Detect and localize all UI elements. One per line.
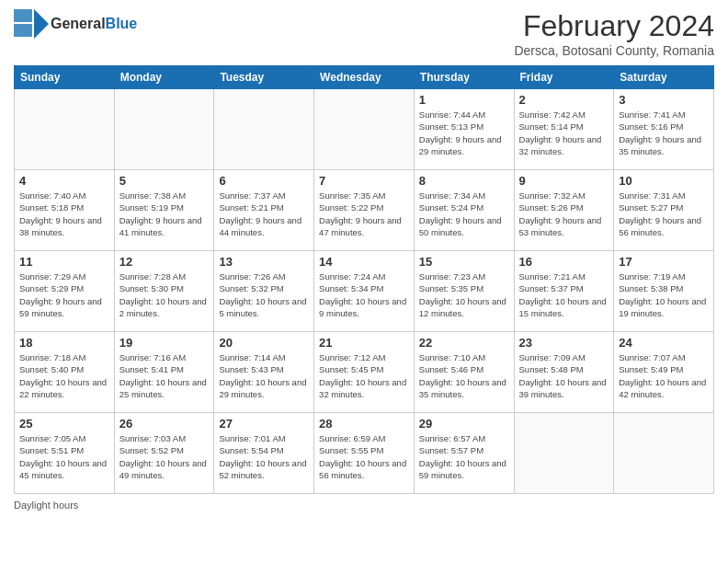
calendar-cell: 11Sunrise: 7:29 AM Sunset: 5:29 PM Dayli… bbox=[15, 251, 115, 332]
day-info: Sunrise: 7:07 AM Sunset: 5:49 PM Dayligh… bbox=[619, 351, 709, 400]
calendar-cell bbox=[314, 89, 415, 170]
day-number: 24 bbox=[619, 336, 709, 350]
day-number: 4 bbox=[19, 174, 109, 188]
day-number: 25 bbox=[19, 417, 109, 431]
day-info: Sunrise: 7:12 AM Sunset: 5:45 PM Dayligh… bbox=[319, 351, 409, 400]
day-number: 14 bbox=[319, 255, 409, 269]
day-number: 2 bbox=[519, 93, 609, 107]
calendar-cell bbox=[15, 89, 115, 170]
header-saturday: Saturday bbox=[614, 66, 714, 89]
calendar-cell: 12Sunrise: 7:28 AM Sunset: 5:30 PM Dayli… bbox=[114, 251, 214, 332]
day-info: Sunrise: 7:44 AM Sunset: 5:13 PM Dayligh… bbox=[419, 109, 509, 157]
footer: Daylight hours bbox=[14, 500, 714, 511]
day-info: Sunrise: 7:42 AM Sunset: 5:14 PM Dayligh… bbox=[519, 109, 609, 157]
calendar-cell: 22Sunrise: 7:10 AM Sunset: 5:46 PM Dayli… bbox=[414, 332, 514, 413]
svg-marker-2 bbox=[34, 9, 49, 39]
logo-blue: Blue bbox=[106, 16, 138, 31]
day-info: Sunrise: 7:24 AM Sunset: 5:34 PM Dayligh… bbox=[319, 270, 409, 319]
day-info: Sunrise: 7:21 AM Sunset: 5:37 PM Dayligh… bbox=[519, 270, 609, 319]
day-number: 19 bbox=[119, 336, 210, 350]
day-info: Sunrise: 7:09 AM Sunset: 5:48 PM Dayligh… bbox=[519, 351, 609, 400]
day-info: Sunrise: 7:14 AM Sunset: 5:43 PM Dayligh… bbox=[219, 351, 309, 400]
title-section: February 2024 Dersca, Botosani County, R… bbox=[514, 9, 714, 58]
day-number: 23 bbox=[519, 336, 609, 350]
day-info: Sunrise: 7:37 AM Sunset: 5:21 PM Dayligh… bbox=[219, 190, 309, 238]
day-number: 5 bbox=[119, 174, 210, 188]
header-wednesday: Wednesday bbox=[314, 66, 415, 89]
calendar-cell: 28Sunrise: 6:59 AM Sunset: 5:55 PM Dayli… bbox=[314, 413, 415, 494]
calendar-cell: 27Sunrise: 7:01 AM Sunset: 5:54 PM Dayli… bbox=[214, 413, 314, 494]
day-info: Sunrise: 7:29 AM Sunset: 5:29 PM Dayligh… bbox=[19, 270, 109, 319]
daylight-label: Daylight hours bbox=[14, 500, 78, 511]
calendar-cell: 26Sunrise: 7:03 AM Sunset: 5:52 PM Dayli… bbox=[114, 413, 214, 494]
day-number: 9 bbox=[519, 174, 609, 188]
day-info: Sunrise: 7:41 AM Sunset: 5:16 PM Dayligh… bbox=[619, 109, 709, 157]
day-info: Sunrise: 7:35 AM Sunset: 5:22 PM Dayligh… bbox=[319, 190, 409, 238]
logo-general: General bbox=[51, 16, 106, 31]
day-number: 20 bbox=[219, 336, 309, 350]
day-info: Sunrise: 7:26 AM Sunset: 5:32 PM Dayligh… bbox=[219, 270, 309, 319]
calendar-week-4: 18Sunrise: 7:18 AM Sunset: 5:40 PM Dayli… bbox=[15, 332, 714, 413]
day-number: 7 bbox=[319, 174, 409, 188]
svg-rect-1 bbox=[14, 24, 32, 37]
day-number: 21 bbox=[319, 336, 409, 350]
header-tuesday: Tuesday bbox=[214, 66, 314, 89]
day-info: Sunrise: 7:31 AM Sunset: 5:27 PM Dayligh… bbox=[619, 190, 709, 238]
day-info: Sunrise: 7:38 AM Sunset: 5:19 PM Dayligh… bbox=[119, 190, 210, 238]
day-number: 8 bbox=[419, 174, 509, 188]
day-info: Sunrise: 7:16 AM Sunset: 5:41 PM Dayligh… bbox=[119, 351, 210, 400]
calendar-cell: 3Sunrise: 7:41 AM Sunset: 5:16 PM Daylig… bbox=[614, 89, 714, 170]
day-info: Sunrise: 7:23 AM Sunset: 5:35 PM Dayligh… bbox=[419, 270, 509, 319]
day-info: Sunrise: 7:01 AM Sunset: 5:54 PM Dayligh… bbox=[219, 432, 309, 481]
day-number: 15 bbox=[419, 255, 509, 269]
calendar-week-1: 1Sunrise: 7:44 AM Sunset: 5:13 PM Daylig… bbox=[15, 89, 714, 170]
header-sunday: Sunday bbox=[15, 66, 115, 89]
day-info: Sunrise: 6:59 AM Sunset: 5:55 PM Dayligh… bbox=[319, 432, 409, 481]
calendar-cell: 18Sunrise: 7:18 AM Sunset: 5:40 PM Dayli… bbox=[15, 332, 115, 413]
calendar-cell bbox=[214, 89, 314, 170]
day-number: 1 bbox=[419, 93, 509, 107]
day-number: 3 bbox=[619, 93, 709, 107]
calendar-header-row: Sunday Monday Tuesday Wednesday Thursday… bbox=[15, 66, 714, 89]
calendar-cell: 19Sunrise: 7:16 AM Sunset: 5:41 PM Dayli… bbox=[114, 332, 214, 413]
logo-icon bbox=[14, 9, 49, 39]
calendar-cell: 1Sunrise: 7:44 AM Sunset: 5:13 PM Daylig… bbox=[414, 89, 514, 170]
day-number: 12 bbox=[119, 255, 210, 269]
day-number: 17 bbox=[619, 255, 709, 269]
day-number: 28 bbox=[319, 417, 409, 431]
logo: GeneralBlue bbox=[14, 9, 137, 39]
day-number: 13 bbox=[219, 255, 309, 269]
calendar-cell: 14Sunrise: 7:24 AM Sunset: 5:34 PM Dayli… bbox=[314, 251, 415, 332]
calendar-cell: 16Sunrise: 7:21 AM Sunset: 5:37 PM Dayli… bbox=[514, 251, 614, 332]
day-info: Sunrise: 7:28 AM Sunset: 5:30 PM Dayligh… bbox=[119, 270, 210, 319]
calendar-cell bbox=[614, 413, 714, 494]
day-info: Sunrise: 7:05 AM Sunset: 5:51 PM Dayligh… bbox=[19, 432, 109, 481]
day-info: Sunrise: 7:10 AM Sunset: 5:46 PM Dayligh… bbox=[419, 351, 509, 400]
calendar-cell: 2Sunrise: 7:42 AM Sunset: 5:14 PM Daylig… bbox=[514, 89, 614, 170]
day-number: 26 bbox=[119, 417, 210, 431]
svg-rect-0 bbox=[14, 9, 32, 22]
day-number: 27 bbox=[219, 417, 309, 431]
header-monday: Monday bbox=[114, 66, 214, 89]
header-friday: Friday bbox=[514, 66, 614, 89]
calendar-week-3: 11Sunrise: 7:29 AM Sunset: 5:29 PM Dayli… bbox=[15, 251, 714, 332]
day-info: Sunrise: 7:19 AM Sunset: 5:38 PM Dayligh… bbox=[619, 270, 709, 319]
calendar-cell: 25Sunrise: 7:05 AM Sunset: 5:51 PM Dayli… bbox=[15, 413, 115, 494]
calendar-cell: 23Sunrise: 7:09 AM Sunset: 5:48 PM Dayli… bbox=[514, 332, 614, 413]
calendar-table: Sunday Monday Tuesday Wednesday Thursday… bbox=[14, 65, 714, 494]
page-header: GeneralBlue February 2024 Dersca, Botosa… bbox=[14, 9, 714, 58]
day-number: 16 bbox=[519, 255, 609, 269]
calendar-cell: 5Sunrise: 7:38 AM Sunset: 5:19 PM Daylig… bbox=[114, 170, 214, 251]
calendar-cell: 10Sunrise: 7:31 AM Sunset: 5:27 PM Dayli… bbox=[614, 170, 714, 251]
month-title: February 2024 bbox=[514, 9, 714, 43]
day-number: 10 bbox=[619, 174, 709, 188]
calendar-cell: 29Sunrise: 6:57 AM Sunset: 5:57 PM Dayli… bbox=[414, 413, 514, 494]
calendar-week-5: 25Sunrise: 7:05 AM Sunset: 5:51 PM Dayli… bbox=[15, 413, 714, 494]
location: Dersca, Botosani County, Romania bbox=[514, 43, 714, 58]
day-number: 6 bbox=[219, 174, 309, 188]
calendar-cell: 17Sunrise: 7:19 AM Sunset: 5:38 PM Dayli… bbox=[614, 251, 714, 332]
day-info: Sunrise: 7:40 AM Sunset: 5:18 PM Dayligh… bbox=[19, 190, 109, 238]
calendar-week-2: 4Sunrise: 7:40 AM Sunset: 5:18 PM Daylig… bbox=[15, 170, 714, 251]
calendar-cell: 13Sunrise: 7:26 AM Sunset: 5:32 PM Dayli… bbox=[214, 251, 314, 332]
calendar-cell: 4Sunrise: 7:40 AM Sunset: 5:18 PM Daylig… bbox=[15, 170, 115, 251]
